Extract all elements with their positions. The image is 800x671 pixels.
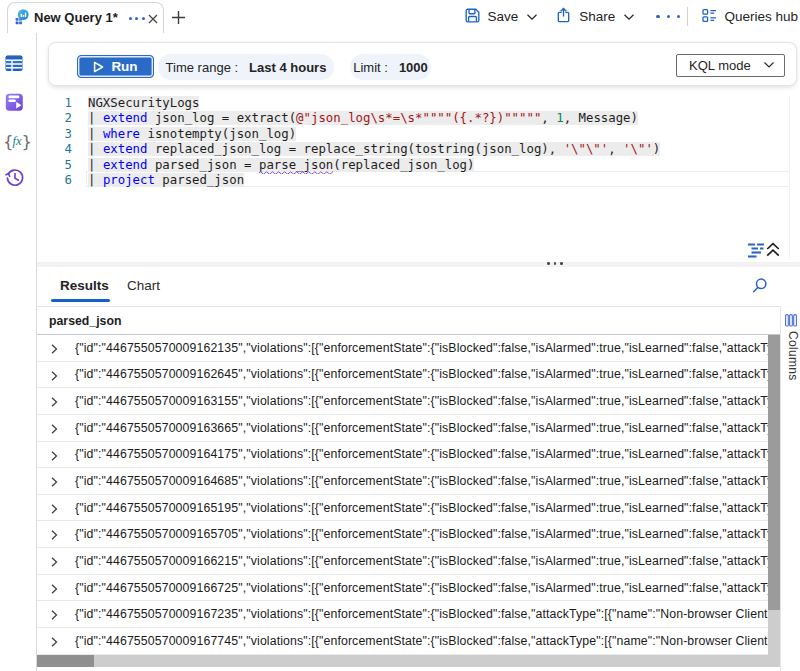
left-rail: {fx} [0, 33, 37, 671]
horizontal-scrollbar-thumb[interactable] [37, 655, 94, 667]
row-expand-chevron-icon[interactable] [51, 557, 58, 567]
grid-row[interactable]: {"id":"4467550570009166725","violations"… [37, 575, 779, 602]
row-expand-chevron-icon[interactable] [51, 451, 58, 461]
limit-label: Limit : [353, 60, 388, 75]
row-expand-chevron-icon[interactable] [51, 344, 58, 354]
editor-code-line[interactable]: | project parsed_json [88, 173, 244, 188]
grid-row[interactable]: {"id":"4467550570009163155","violations"… [37, 388, 779, 415]
limit-value: 1000 [399, 60, 428, 75]
editor-code-line[interactable]: NGXSecurityLogs [88, 96, 199, 111]
grid-row[interactable]: {"id":"4467550570009167745","violations"… [37, 628, 779, 655]
row-expand-chevron-icon[interactable] [51, 397, 58, 407]
grid-row[interactable]: {"id":"4467550570009164685","violations"… [37, 468, 779, 495]
time-range-label: Time range : [166, 60, 239, 75]
row-expand-chevron-icon[interactable] [51, 424, 58, 434]
editor-code-line[interactable]: | where isnotempty(json_log) [88, 127, 296, 142]
top-actions-divider [687, 7, 688, 26]
tab-more-options-icon[interactable] [129, 17, 145, 20]
time-range-value: Last 4 hours [249, 60, 326, 75]
query-tab[interactable]: New Query 1* [7, 2, 164, 33]
limit-picker[interactable]: Limit : 1000 [350, 54, 431, 80]
collapse-editor-icon[interactable] [766, 242, 780, 261]
share-button[interactable]: Share [556, 7, 635, 27]
grid-row[interactable]: {"id":"4467550570009162135","violations"… [37, 335, 779, 362]
time-range-picker[interactable]: Time range : Last 4 hours [158, 54, 334, 80]
editor-line-number: 3 [40, 127, 72, 142]
horizontal-scrollbar-track[interactable] [37, 655, 780, 667]
columns-icon [785, 313, 797, 331]
tab-dirty-indicator: * [113, 10, 118, 25]
top-actions: Save Share [464, 0, 798, 33]
query-mode-select[interactable]: KQL mode [676, 54, 785, 77]
functions-icon-label: fx [13, 134, 22, 149]
row-json-text: {"id":"4467550570009166725","violations"… [75, 581, 779, 595]
column-header-label: parsed_json [49, 314, 121, 328]
editor-line-number: 6 [40, 173, 72, 188]
row-expand-chevron-icon[interactable] [51, 530, 58, 540]
tab-close-icon[interactable] [148, 14, 158, 24]
share-icon [556, 7, 573, 27]
row-json-text: {"id":"4467550570009167235","violations"… [75, 607, 779, 621]
data-tables-icon[interactable] [5, 55, 27, 77]
grid-row[interactable]: {"id":"4467550570009165705","violations"… [37, 521, 779, 548]
row-json-text: {"id":"4467550570009163665","violations"… [75, 421, 779, 435]
row-expand-chevron-icon[interactable] [51, 477, 58, 487]
editor-right-border [789, 96, 790, 258]
active-tab-underline [51, 299, 110, 302]
more-commands-icon[interactable] [656, 15, 680, 18]
editor-line-number: 1 [40, 96, 72, 111]
format-query-icon[interactable] [747, 243, 766, 262]
adx-app-icon [15, 9, 29, 30]
row-json-text: {"id":"4467550570009167745","violations"… [75, 634, 779, 648]
grid-row[interactable]: {"id":"4467550570009162645","violations"… [37, 362, 779, 389]
query-editor[interactable]: 1NGXSecurityLogs2| extend json_log = ext… [40, 96, 790, 256]
row-json-text: {"id":"4467550570009164685","violations"… [75, 474, 779, 488]
editor-code-line[interactable]: | extend json_log = extract(@"json_log\s… [88, 111, 638, 126]
save-button[interactable]: Save [464, 7, 538, 27]
queries-hub-label: Queries hub [724, 9, 798, 24]
grid-column-header[interactable]: parsed_json [37, 307, 780, 335]
row-json-text: {"id":"4467550570009162135","violations"… [75, 341, 779, 355]
search-results-icon[interactable] [751, 277, 769, 299]
tab-bar: New Query 1* Save [0, 0, 800, 33]
run-label: Run [111, 59, 137, 74]
run-button[interactable]: Run [77, 55, 154, 78]
columns-panel-label[interactable]: Columns [786, 331, 800, 380]
editor-line-number: 4 [40, 142, 72, 157]
grid-row[interactable]: {"id":"4467550570009163665","violations"… [37, 415, 779, 442]
query-mode-value: KQL mode [689, 58, 751, 73]
editor-line-number: 2 [40, 111, 72, 126]
query-history-icon[interactable] [5, 168, 27, 190]
queries-hub-button[interactable]: Queries hub [701, 7, 798, 27]
row-expand-chevron-icon[interactable] [51, 584, 58, 594]
tab-results[interactable]: Results [60, 278, 109, 293]
row-json-text: {"id":"4467550570009165195","violations"… [75, 501, 779, 515]
grid-row[interactable]: {"id":"4467550570009166215","violations"… [37, 548, 779, 575]
grid-row[interactable]: {"id":"4467550570009165195","violations"… [37, 495, 779, 522]
results-grid: {"id":"4467550570009162135","violations"… [37, 335, 779, 667]
tab-chart[interactable]: Chart [127, 278, 160, 293]
vertical-scrollbar-thumb[interactable] [768, 335, 780, 610]
row-expand-chevron-icon[interactable] [51, 610, 58, 620]
functions-icon[interactable]: {fx} [3, 130, 25, 152]
row-expand-chevron-icon[interactable] [51, 637, 58, 647]
grid-row[interactable]: {"id":"4467550570009164175","violations"… [37, 442, 779, 469]
share-label: Share [579, 9, 615, 24]
row-expand-chevron-icon[interactable] [51, 504, 58, 514]
editor-code-line[interactable]: | extend replaced_json_log = replace_str… [88, 142, 660, 157]
grid-row[interactable]: {"id":"4467550570009167235","violations"… [37, 601, 779, 628]
queries-hub-icon [701, 7, 718, 27]
dashboards-icon[interactable] [5, 93, 27, 115]
adx-web-ui: New Query 1* Save [0, 0, 800, 671]
new-tab-button[interactable] [171, 10, 186, 25]
resize-grip-dots [547, 262, 563, 265]
results-tab-strip: Results Chart [37, 267, 800, 306]
row-json-text: {"id":"4467550570009162645","violations"… [75, 367, 779, 381]
row-json-text: {"id":"4467550570009166215","violations"… [75, 554, 779, 568]
row-json-text: {"id":"4467550570009163155","violations"… [75, 394, 779, 408]
editor-line-number: 5 [40, 158, 72, 173]
editor-code-line[interactable]: | extend parsed_json = parse_json(replac… [88, 158, 474, 173]
row-expand-chevron-icon[interactable] [51, 371, 58, 381]
run-play-icon [93, 61, 104, 73]
row-json-text: {"id":"4467550570009164175","violations"… [75, 447, 779, 461]
